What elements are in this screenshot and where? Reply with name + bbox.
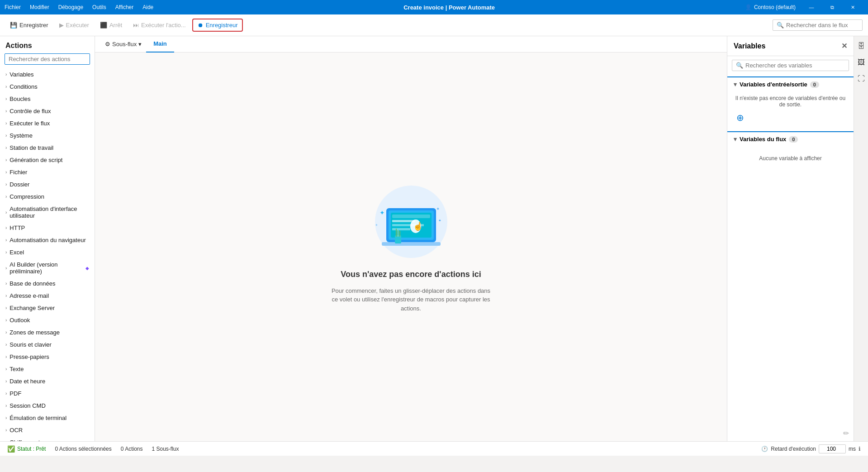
input-output-header[interactable]: ▾ Variables d'entrée/sortie 0 [727, 77, 854, 91]
menu-fichier[interactable]: Fichier [5, 4, 21, 10]
database-icon-btn[interactable]: 🗄 [855, 40, 868, 52]
subflow-label: Sous-flux [112, 41, 137, 48]
account-info[interactable]: 👤 Contoso (default) [745, 4, 796, 10]
svg-rect-10 [382, 242, 441, 246]
flow-variables-header[interactable]: ▾ Variables du flux 0 [727, 132, 854, 146]
svg-rect-5 [392, 220, 415, 222]
edit-icon[interactable]: ✏ [843, 429, 849, 438]
menu-outils[interactable]: Outils [92, 4, 106, 10]
empty-subtitle: Pour commencer, faites un glisser-déplac… [330, 286, 493, 313]
expand-icon-btn[interactable]: ⛶ [855, 72, 868, 85]
input-output-empty-text: Il n'existe pas encore de variables d'en… [734, 95, 847, 108]
action-item-7[interactable]: › Génération de script [0, 154, 95, 166]
execute-action-button[interactable]: ⏭ Exécuter l'actio... [128, 19, 190, 31]
action-item-18[interactable]: › Exchange Server [0, 302, 95, 314]
action-chevron-5: › [5, 133, 7, 138]
action-chevron-13: › [5, 238, 7, 243]
flow-variables-count: 0 [789, 136, 798, 143]
action-label-9: Dossier [9, 181, 29, 188]
stop-button[interactable]: ⬛ Arrêt [95, 19, 127, 31]
action-item-20[interactable]: › Zones de message [0, 326, 95, 339]
action-item-22[interactable]: › Presse-papiers [0, 351, 95, 363]
flow-variables-label: Variables du flux [740, 136, 786, 143]
clock-icon: 🕐 [761, 446, 768, 452]
input-output-section: ▾ Variables d'entrée/sortie 0 Il n'exist… [727, 76, 854, 128]
action-item-1[interactable]: › Conditions [0, 81, 95, 93]
save-button[interactable]: 💾 Enregistrer [5, 19, 53, 31]
action-item-25[interactable]: › PDF [0, 387, 95, 400]
action-item-11[interactable]: › Automatisation d'interface utilisateur [0, 203, 95, 222]
action-chevron-22: › [5, 354, 7, 359]
action-item-27[interactable]: › Émulation de terminal [0, 412, 95, 424]
maximize-button[interactable]: ⧉ [822, 0, 843, 14]
image-icon-btn[interactable]: 🖼 [855, 56, 868, 69]
action-chevron-8: › [5, 170, 7, 175]
execute-button[interactable]: ▶ Exécuter [55, 19, 94, 31]
close-button[interactable]: ✕ [843, 0, 863, 14]
action-item-5[interactable]: › Système [0, 129, 95, 142]
action-item-23[interactable]: › Texte [0, 363, 95, 375]
action-item-29[interactable]: › Chiffrement [0, 436, 95, 441]
subflow-icon: ⚙ [105, 41, 110, 48]
variables-close-button[interactable]: ✕ [841, 42, 847, 50]
recorder-icon: ⏺ [198, 22, 204, 29]
svg-rect-16 [396, 229, 397, 237]
action-item-13[interactable]: › Automatisation du navigateur [0, 234, 95, 246]
action-chevron-24: › [5, 379, 7, 384]
menu-modifier[interactable]: Modifier [30, 4, 49, 10]
action-item-6[interactable]: › Station de travail [0, 142, 95, 154]
account-icon: 👤 [745, 4, 752, 10]
svg-rect-4 [392, 215, 430, 218]
recorder-button[interactable]: ⏺ Enregistreur [192, 19, 243, 32]
tab-main[interactable]: Main [146, 36, 174, 52]
svg-rect-7 [392, 228, 410, 230]
variables-search-input[interactable] [745, 62, 845, 69]
action-chevron-6: › [5, 145, 7, 150]
action-item-9[interactable]: › Dossier [0, 178, 95, 191]
save-icon: 💾 [10, 22, 17, 29]
action-item-3[interactable]: › Contrôle de flux [0, 105, 95, 117]
delay-input[interactable] [819, 444, 846, 453]
search-input[interactable] [786, 22, 859, 29]
input-output-label: Variables d'entrée/sortie [740, 81, 807, 88]
stop-icon: ⬛ [100, 22, 107, 29]
action-item-28[interactable]: › OCR [0, 424, 95, 436]
tab-subflow[interactable]: ⚙ Sous-flux ▾ [100, 36, 146, 52]
svg-text:☝: ☝ [413, 221, 423, 231]
variables-search-box[interactable]: 🔍 [732, 60, 849, 71]
toolbar-search[interactable]: 🔍 [773, 19, 863, 31]
empty-illustration: ☝ ✦ ✦ ✦ ✦ [366, 181, 456, 262]
menu-debogage[interactable]: Débogage [58, 4, 83, 10]
action-label-18: Exchange Server [9, 305, 55, 311]
action-item-8[interactable]: › Fichier [0, 166, 95, 178]
action-chevron-20: › [5, 330, 7, 335]
action-chevron-21: › [5, 342, 7, 347]
menu-afficher[interactable]: Afficher [115, 4, 133, 10]
minimize-button[interactable]: — [801, 0, 822, 14]
action-item-12[interactable]: › HTTP [0, 222, 95, 234]
action-item-15[interactable]: › AI Builder (version préliminaire) ◆ [0, 258, 95, 277]
menu-aide[interactable]: Aide [142, 4, 153, 10]
action-label-25: PDF [9, 390, 21, 397]
action-item-0[interactable]: › Variables [0, 68, 95, 81]
action-item-26[interactable]: › Session CMD [0, 400, 95, 412]
action-chevron-26: › [5, 403, 7, 408]
info-icon[interactable]: ℹ [859, 446, 861, 452]
subflow-chevron: ▾ [138, 41, 142, 48]
action-item-4[interactable]: › Exécuter le flux [0, 117, 95, 129]
actions-search-input[interactable] [9, 56, 86, 62]
delay-execution-info: 🕐 Retard d'exécution ms ℹ [761, 444, 861, 453]
action-item-19[interactable]: › Outlook [0, 314, 95, 326]
premium-icon: ◆ [85, 266, 89, 271]
action-item-24[interactable]: › Date et heure [0, 375, 95, 387]
action-item-21[interactable]: › Souris et clavier [0, 339, 95, 351]
add-variable-button[interactable]: ⊕ [734, 111, 746, 124]
actions-count-info: 0 Actions [121, 446, 143, 452]
action-item-10[interactable]: › Compression [0, 191, 95, 203]
action-item-16[interactable]: › Base de données [0, 277, 95, 290]
action-item-2[interactable]: › Boucles [0, 93, 95, 105]
action-chevron-0: › [5, 72, 7, 77]
action-item-14[interactable]: › Excel [0, 246, 95, 258]
action-item-17[interactable]: › Adresse e-mail [0, 290, 95, 302]
actions-search-box[interactable] [5, 53, 90, 65]
